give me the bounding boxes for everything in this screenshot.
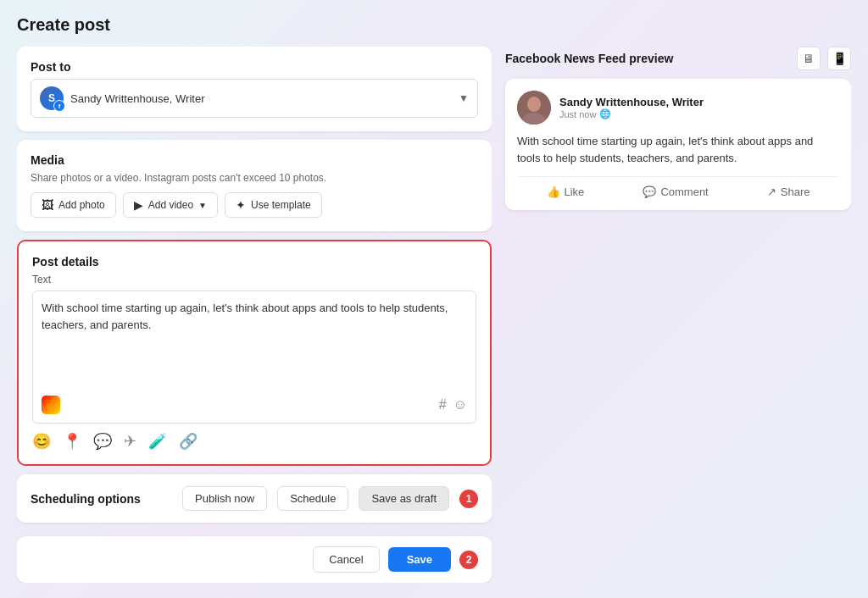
desktop-preview-button[interactable]: 🖥 (797, 47, 821, 70)
main-layout: Post to S Sandy Writtenhouse, Writer ▼ M… (17, 47, 851, 583)
video-chevron-icon: ▼ (198, 201, 207, 210)
use-template-label: Use template (251, 199, 311, 211)
save-button[interactable]: Save (388, 547, 451, 572)
save-as-draft-button[interactable]: Save as draft (359, 486, 449, 511)
preview-title: Facebook News Feed preview (505, 52, 673, 65)
scheduling-bar: Scheduling options Publish now Schedule … (17, 474, 492, 523)
publish-now-button[interactable]: Publish now (182, 486, 267, 511)
preview-header: Facebook News Feed preview 🖥 📱 (505, 47, 851, 70)
text-label: Text (32, 274, 476, 285)
mobile-preview-button[interactable]: 📱 (827, 47, 851, 70)
like-action[interactable]: 👍 Like (547, 185, 585, 198)
footer-bar: Cancel Save 2 (17, 536, 492, 583)
comment-label: Comment (660, 185, 708, 198)
left-bottom: Scheduling options Publish now Schedule … (17, 474, 492, 583)
flask-icon[interactable]: 🧪 (148, 432, 167, 451)
post-details-card: Post details Text With school time start… (17, 240, 492, 466)
post-text: With school time starting up again, let'… (42, 300, 467, 389)
text-tools: # ☺ (439, 397, 467, 413)
location-icon[interactable]: 📍 (63, 432, 81, 451)
emoji-toolbar-icon[interactable]: 😊 (32, 432, 51, 451)
preview-user-name: Sandy Writtenhouse, Writer (559, 96, 704, 108)
chevron-down-icon: ▼ (459, 92, 469, 104)
preview-user-row: Sandy Writtenhouse, Writer Just now 🌐 (517, 91, 839, 125)
send-icon[interactable]: ✈ (124, 432, 136, 451)
video-icon: ▶ (134, 198, 143, 212)
media-label: Media (31, 153, 478, 167)
svg-point-1 (527, 97, 541, 112)
comment-icon: 💬 (643, 185, 656, 198)
add-video-label: Add video (148, 199, 193, 211)
media-buttons: 🖼 Add photo ▶ Add video ▼ ✦ Use template (31, 192, 478, 218)
link-icon[interactable]: 🔗 (179, 432, 198, 451)
share-icon: ↗ (767, 185, 776, 198)
right-panel: Facebook News Feed preview 🖥 📱 Sandy Wri… (505, 47, 851, 583)
add-photo-label: Add photo (58, 199, 105, 211)
preview-user-info: Sandy Writtenhouse, Writer Just now 🌐 (559, 96, 704, 119)
scheduling-label: Scheduling options (31, 492, 172, 506)
emoji-icon[interactable]: ☺ (453, 397, 467, 413)
add-video-button[interactable]: ▶ Add video ▼ (123, 192, 218, 218)
left-panel: Post to S Sandy Writtenhouse, Writer ▼ M… (17, 47, 492, 583)
post-to-label: Post to (31, 60, 478, 74)
add-photo-button[interactable]: 🖼 Add photo (31, 192, 116, 218)
toolbar-icons: 😊 📍 💬 ✈ 🧪 🔗 (32, 432, 476, 451)
save-badge: 2 (459, 551, 478, 569)
account-avatar: S (40, 86, 64, 110)
preview-actions: 👍 Like 💬 Comment ↗ Share (517, 176, 839, 198)
messenger-icon[interactable]: 💬 (93, 432, 112, 451)
text-area-bottom: # ☺ (42, 396, 467, 414)
preview-avatar (517, 91, 551, 125)
comment-action[interactable]: 💬 Comment (643, 185, 708, 198)
share-action[interactable]: ↗ Share (767, 185, 810, 198)
text-area-wrapper[interactable]: With school time starting up again, let'… (32, 291, 476, 424)
preview-time-row: Just now 🌐 (559, 108, 704, 119)
photo-icon: 🖼 (42, 198, 53, 212)
post-to-value: Sandy Writtenhouse, Writer (70, 92, 452, 105)
cancel-button[interactable]: Cancel (313, 546, 379, 573)
preview-time: Just now (559, 109, 596, 119)
preview-card: Sandy Writtenhouse, Writer Just now 🌐 Wi… (505, 79, 851, 210)
media-card: Media Share photos or a video. Instagram… (17, 140, 492, 231)
like-label: Like (565, 185, 585, 198)
scheduling-badge: 1 (459, 490, 478, 508)
schedule-button[interactable]: Schedule (277, 486, 348, 511)
media-subtitle: Share photos or a video. Instagram posts… (31, 172, 478, 184)
post-to-select[interactable]: S Sandy Writtenhouse, Writer ▼ (31, 79, 478, 118)
post-to-card: Post to S Sandy Writtenhouse, Writer ▼ (17, 47, 492, 131)
page-title: Create post (17, 15, 851, 35)
use-template-button[interactable]: ✦ Use template (225, 192, 322, 218)
like-icon: 👍 (547, 185, 560, 198)
preview-icons: 🖥 📱 (797, 47, 851, 70)
app-icon (42, 396, 60, 414)
globe-icon: 🌐 (599, 108, 611, 119)
preview-text: With school time starting up again, let'… (517, 133, 839, 166)
share-label: Share (781, 185, 810, 198)
hashtag-icon[interactable]: # (439, 397, 447, 413)
template-icon: ✦ (236, 198, 246, 212)
post-details-title: Post details (32, 255, 476, 269)
